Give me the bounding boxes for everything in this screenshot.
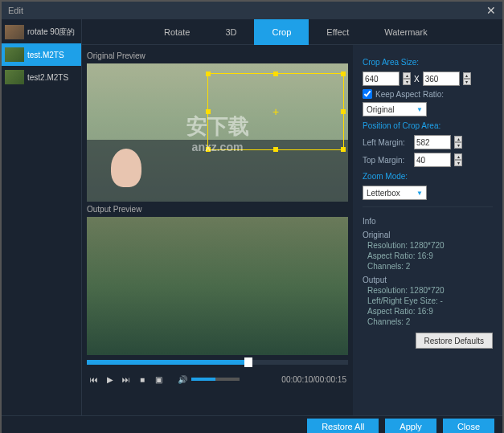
clip-item[interactable]: rotate 90度的 xyxy=(2,21,81,43)
top-margin-input[interactable] xyxy=(414,153,451,167)
clip-item[interactable]: test2.M2TS xyxy=(2,66,81,88)
apply-button[interactable]: Apply xyxy=(385,419,436,434)
width-down[interactable]: ▾ xyxy=(403,79,411,85)
tab-watermark[interactable]: Watermark xyxy=(367,19,445,45)
keep-aspect-checkbox[interactable] xyxy=(363,89,372,99)
keep-aspect-label: Keep Aspect Ratio: xyxy=(375,90,444,99)
left-down[interactable]: ▾ xyxy=(454,142,462,149)
play-button[interactable]: ▶ xyxy=(104,374,116,385)
clip-thumbnail xyxy=(5,70,24,84)
tab-crop[interactable]: Crop xyxy=(254,19,309,45)
snapshot-button[interactable]: ▣ xyxy=(153,374,164,385)
position-title: Position of Crop Area: xyxy=(363,121,493,130)
clip-name: rotate 90度的 xyxy=(27,27,75,38)
info-line: Channels: 2 xyxy=(363,317,493,326)
info-line: Channels: 2 xyxy=(363,262,493,271)
height-down[interactable]: ▾ xyxy=(463,79,471,85)
crop-handle[interactable] xyxy=(206,147,211,152)
crop-height-input[interactable] xyxy=(423,71,460,86)
top-margin-label: Top Margin: xyxy=(363,156,411,165)
crop-center-icon: + xyxy=(270,106,281,117)
left-margin-input[interactable] xyxy=(414,135,451,149)
close-button[interactable]: Close xyxy=(443,419,494,434)
next-button[interactable]: ⏭ xyxy=(121,374,132,385)
width-up[interactable]: ▴ xyxy=(403,72,411,79)
crop-handle[interactable] xyxy=(341,109,346,114)
crop-size-title: Crop Area Size: xyxy=(363,58,493,67)
clip-thumbnail xyxy=(5,25,24,39)
top-up[interactable]: ▴ xyxy=(454,153,462,160)
restore-all-button[interactable]: Restore All xyxy=(307,419,379,434)
size-separator: X xyxy=(414,75,420,84)
original-preview-label: Original Preview xyxy=(87,48,348,63)
chevron-down-icon: ▼ xyxy=(416,190,423,197)
tab-effect[interactable]: Effect xyxy=(309,19,367,45)
left-up[interactable]: ▴ xyxy=(454,136,462,142)
zoom-title: Zoom Mode: xyxy=(363,172,493,181)
crop-width-input[interactable] xyxy=(363,71,400,86)
info-line: Resolution: 1280*720 xyxy=(363,286,493,295)
clip-thumbnail xyxy=(5,47,24,62)
original-preview[interactable]: + 安下载anxz.com xyxy=(87,63,348,202)
info-line: Aspect Ratio: 16:9 xyxy=(363,251,493,260)
close-icon[interactable]: ✕ xyxy=(486,4,496,17)
info-line: Aspect Ratio: 16:9 xyxy=(363,307,493,316)
window-title: Edit xyxy=(8,6,23,15)
left-margin-label: Left Margin: xyxy=(363,138,411,147)
crop-handle[interactable] xyxy=(206,109,211,114)
clip-name: test2.M2TS xyxy=(27,73,68,82)
crop-selection[interactable]: + xyxy=(207,73,344,150)
edit-tabs: Rotate 3D Crop Effect Watermark xyxy=(82,19,502,45)
progress-thumb[interactable] xyxy=(244,357,252,367)
crop-handle[interactable] xyxy=(341,71,346,76)
clip-item[interactable]: test.M2TS xyxy=(2,43,81,66)
info-output-title: Output xyxy=(363,276,493,284)
output-preview xyxy=(87,217,348,355)
aspect-select[interactable]: Original▼ xyxy=(363,102,427,116)
info-line: Resolution: 1280*720 xyxy=(363,241,493,250)
zoom-value: Letterbox xyxy=(367,189,400,198)
aspect-value: Original xyxy=(367,105,394,114)
prev-button[interactable]: ⏮ xyxy=(88,374,100,385)
volume-slider[interactable] xyxy=(191,378,240,381)
clip-name: test.M2TS xyxy=(27,51,64,59)
time-display: 00:00:10/00:00:15 xyxy=(281,375,346,384)
info-original-title: Original xyxy=(363,231,493,239)
info-title: Info xyxy=(363,217,493,226)
chevron-down-icon: ▼ xyxy=(416,106,423,113)
restore-defaults-button[interactable]: Restore Defaults xyxy=(416,333,493,349)
clip-sidebar: rotate 90度的 test.M2TS test2.M2TS xyxy=(2,19,82,415)
info-line: Left/Right Eye Size: - xyxy=(363,296,493,305)
settings-panel: Crop Area Size: ▴▾ X ▴▾ Keep Aspect Rati… xyxy=(353,45,502,415)
crop-handle[interactable] xyxy=(341,147,346,152)
tab-rotate[interactable]: Rotate xyxy=(146,19,207,45)
output-preview-label: Output Preview xyxy=(87,202,348,217)
zoom-select[interactable]: Letterbox▼ xyxy=(363,186,427,200)
height-up[interactable]: ▴ xyxy=(463,72,471,79)
playback-progress[interactable] xyxy=(87,360,348,365)
crop-handle[interactable] xyxy=(273,71,278,76)
top-down[interactable]: ▾ xyxy=(454,160,462,166)
crop-handle[interactable] xyxy=(206,71,211,76)
crop-handle[interactable] xyxy=(273,147,278,152)
stop-button[interactable]: ■ xyxy=(137,374,148,385)
tab-3d[interactable]: 3D xyxy=(207,19,254,45)
volume-icon[interactable]: 🔊 xyxy=(177,374,188,385)
